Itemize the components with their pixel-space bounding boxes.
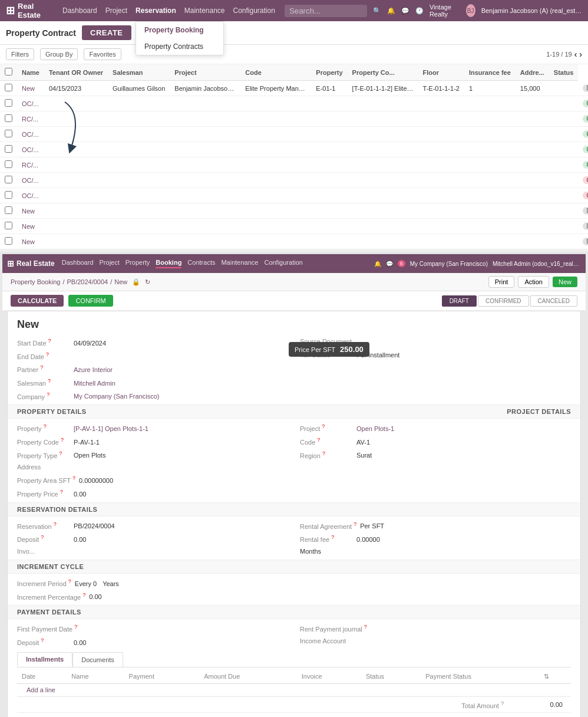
tooltip-value: 250.00	[340, 345, 364, 354]
select-all-header[interactable]	[0, 64, 17, 81]
form-row-4: Salesman ? Mitchell Admin	[17, 378, 571, 387]
inner-nav-configuration[interactable]: Configuration	[264, 259, 302, 268]
inner-nav-contracts[interactable]: Contracts	[187, 259, 215, 268]
project-value[interactable]: Open Plots-1	[356, 425, 394, 432]
pagination: 1-19 / 19 ‹ ›	[546, 50, 582, 59]
breadcrumb-pb-number[interactable]: PB/2024/0004	[67, 278, 108, 285]
row-date	[44, 219, 108, 234]
row-status: Draft	[578, 81, 588, 96]
table-row[interactable]: RC/... Confirmed	[0, 111, 588, 127]
property-details-header: PROPERTY DETAILS PROJECT DETAILS	[8, 404, 580, 419]
breadcrumb-new: New	[114, 278, 127, 285]
tab-documents[interactable]: Documents	[72, 652, 123, 667]
clock-icon[interactable]: 🕐	[415, 7, 424, 15]
row-project	[240, 173, 311, 188]
company-value[interactable]: My Company (San Francisco)	[74, 393, 160, 400]
row-checkbox[interactable]	[0, 96, 17, 111]
search-input[interactable]	[285, 5, 367, 17]
deposit-label: Deposit ?	[17, 534, 70, 543]
nav-maintenance[interactable]: Maintenance	[184, 6, 225, 15]
new-record-button[interactable]: New	[553, 277, 577, 287]
table-row[interactable]: New 04/15/2023 Guillaumes Gilson Benjami…	[0, 81, 588, 96]
row-checkbox[interactable]	[0, 234, 17, 249]
favorites-button[interactable]: Favorites	[84, 48, 121, 60]
stage-draft[interactable]: DRAFT	[442, 295, 477, 307]
inst-sort-header[interactable]: ⇅	[539, 670, 571, 684]
salesman-value[interactable]: Mitchell Admin	[74, 380, 115, 387]
search-icon[interactable]: 🔍	[373, 7, 381, 15]
confirm-button[interactable]: CONFIRM	[68, 295, 113, 307]
project-field: Project ? Open Plots-1	[300, 423, 571, 432]
row-property-co	[418, 96, 464, 111]
payment-row-2: Deposit ? 0.00 Income Account	[17, 637, 571, 646]
inner-nav-maintenance[interactable]: Maintenance	[221, 259, 258, 268]
stage-canceled[interactable]: CANCELED	[530, 295, 577, 307]
brand-logo[interactable]: ⊞ Real Estate	[6, 2, 53, 19]
table-row[interactable]: OC/... Cancelled	[0, 188, 588, 203]
row-checkbox[interactable]	[0, 173, 17, 188]
filters-button[interactable]: Filters	[6, 48, 34, 60]
bell-icon[interactable]: 🔔	[387, 7, 395, 15]
rental-fee-value: 0.00000	[356, 536, 380, 543]
table-toolbar: Filters Group By Favorites 1-19 / 19 ‹ ›	[0, 45, 588, 64]
row-checkbox[interactable]	[0, 111, 17, 127]
form-header: New	[8, 311, 580, 333]
row-salesman	[170, 111, 240, 127]
col-property: Property	[311, 64, 347, 81]
create-button[interactable]: CREATE	[82, 25, 131, 40]
nav-reservation[interactable]: Reservation	[136, 6, 176, 15]
nav-dashboard[interactable]: Dashboard	[62, 6, 97, 15]
table-row[interactable]: RC/... Confirmed	[0, 157, 588, 173]
row-checkbox[interactable]	[0, 127, 17, 142]
nav-configuration[interactable]: Configuration	[233, 6, 275, 15]
row-checkbox[interactable]	[0, 219, 17, 234]
chat-icon[interactable]: 💬	[401, 7, 409, 15]
partner-value[interactable]: Azure Interior	[74, 366, 113, 373]
inner-nav-project[interactable]: Project	[100, 259, 120, 268]
calculate-button[interactable]: CALCULATE	[11, 295, 64, 307]
row-status: Confirmed	[578, 127, 588, 142]
row-checkbox[interactable]	[0, 188, 17, 203]
start-date-value: 04/09/2024	[74, 340, 106, 347]
table-row[interactable]: New Draft	[0, 219, 588, 234]
prev-page-button[interactable]: ‹	[574, 50, 577, 59]
table-row[interactable]: New Draft	[0, 234, 588, 249]
lock-icon[interactable]: 🔒	[132, 278, 140, 286]
inner-nav-property[interactable]: Property	[125, 259, 150, 268]
salesman-field: Salesman ? Mitchell Admin	[17, 378, 288, 387]
row-code	[311, 96, 347, 111]
row-date	[44, 203, 108, 219]
next-page-button[interactable]: ›	[579, 50, 582, 59]
inner-nav-booking[interactable]: Booking	[156, 259, 181, 268]
breadcrumb-property-booking[interactable]: Property Booking	[11, 278, 60, 285]
table-row[interactable]: New Draft	[0, 203, 588, 219]
table-row[interactable]: OC/... Confirmed	[0, 96, 588, 111]
notif-chat[interactable]: 💬	[386, 261, 393, 267]
row-checkbox[interactable]	[0, 157, 17, 173]
row-floor	[464, 111, 516, 127]
empty-right-2	[300, 378, 571, 387]
stage-confirmed[interactable]: CONFIRMED	[478, 295, 529, 307]
inner-nav-right: 🔔 💬 6 My Company (San Francisco) Mitchel…	[374, 260, 581, 267]
table-row[interactable]: OC/... Cancelled	[0, 173, 588, 188]
table-row[interactable]: OC/... Confirmed	[0, 142, 588, 157]
row-checkbox[interactable]	[0, 142, 17, 157]
nav-project[interactable]: Project	[105, 6, 127, 15]
table-row[interactable]: OC/... Confirmed	[0, 127, 588, 142]
action-button[interactable]: Action	[518, 276, 549, 288]
add-line-button[interactable]: Add a line	[22, 684, 60, 696]
inner-nav-dashboard[interactable]: Dashboard	[62, 259, 94, 268]
inst-date-header: Date	[17, 670, 67, 684]
row-checkbox[interactable]	[0, 81, 17, 96]
dropdown-property-contracts[interactable]: Property Contracts	[136, 38, 223, 55]
notif-bell[interactable]: 🔔	[374, 261, 381, 267]
group-by-button[interactable]: Group By	[40, 48, 78, 60]
refresh-icon[interactable]: ↻	[145, 278, 150, 286]
form-row-3: Partner ? Azure Interior	[17, 364, 571, 373]
property-value[interactable]: [P-AV-1-1] Open Plots-1-1	[74, 425, 148, 432]
dropdown-property-booking[interactable]: Property Booking	[136, 22, 223, 38]
tab-installments[interactable]: Installments	[17, 652, 72, 667]
print-button[interactable]: Print	[488, 276, 515, 288]
row-checkbox[interactable]	[0, 203, 17, 219]
row-project	[240, 96, 311, 111]
